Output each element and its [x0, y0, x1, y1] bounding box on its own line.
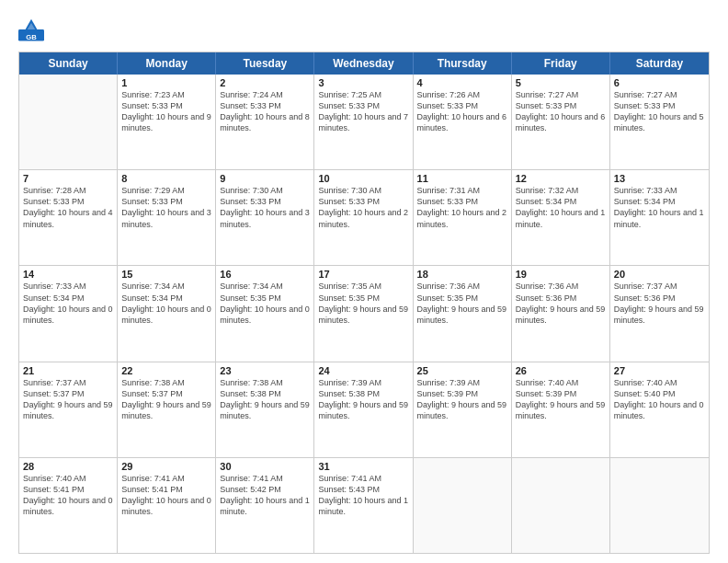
cell-line: Sunset: 5:33 PM — [318, 196, 408, 207]
cal-cell-4-4 — [414, 458, 512, 553]
cal-cell-0-2: 2Sunrise: 7:24 AMSunset: 5:33 PMDaylight… — [216, 75, 314, 169]
header-day-friday: Friday — [512, 52, 610, 75]
day-number: 12 — [516, 173, 606, 184]
day-number: 14 — [23, 269, 113, 280]
cell-line: Daylight: 10 hours and 6 minutes. — [516, 111, 606, 133]
logo-icon: GB — [18, 17, 44, 42]
cell-line: Sunrise: 7:41 AM — [318, 473, 408, 484]
cal-cell-1-2: 9Sunrise: 7:30 AMSunset: 5:33 PMDaylight… — [216, 170, 314, 265]
cell-line: Daylight: 9 hours and 59 minutes. — [220, 399, 310, 421]
cal-cell-2-5: 19Sunrise: 7:36 AMSunset: 5:36 PMDayligh… — [512, 266, 610, 361]
cell-line: Sunset: 5:37 PM — [121, 388, 211, 399]
cell-line: Sunset: 5:38 PM — [220, 388, 310, 399]
cal-cell-2-6: 20Sunrise: 7:37 AMSunset: 5:36 PMDayligh… — [610, 266, 709, 361]
header-day-sunday: Sunday — [19, 52, 118, 75]
cal-cell-3-4: 25Sunrise: 7:39 AMSunset: 5:39 PMDayligh… — [414, 362, 512, 457]
cell-line: Daylight: 10 hours and 2 minutes. — [318, 207, 408, 229]
cell-line: Daylight: 10 hours and 0 minutes. — [614, 399, 705, 421]
cell-line: Sunset: 5:33 PM — [318, 100, 408, 111]
cal-cell-1-6: 13Sunrise: 7:33 AMSunset: 5:34 PMDayligh… — [610, 170, 709, 265]
day-number: 24 — [318, 365, 408, 376]
cell-line: Sunset: 5:39 PM — [516, 388, 606, 399]
calendar-row-0: 1Sunrise: 7:23 AMSunset: 5:33 PMDaylight… — [19, 75, 709, 169]
cell-line: Daylight: 10 hours and 1 minute. — [220, 495, 310, 517]
calendar: SundayMondayTuesdayWednesdayThursdayFrid… — [18, 52, 710, 554]
cell-line: Daylight: 9 hours and 59 minutes. — [516, 304, 606, 326]
svg-text:GB: GB — [26, 33, 37, 41]
cell-line: Sunrise: 7:34 AM — [121, 281, 211, 292]
cell-line: Daylight: 10 hours and 4 minutes. — [23, 207, 113, 229]
cell-line: Sunset: 5:33 PM — [516, 100, 606, 111]
cal-cell-1-0: 7Sunrise: 7:28 AMSunset: 5:33 PMDaylight… — [19, 170, 118, 265]
cell-line: Sunrise: 7:30 AM — [220, 185, 310, 196]
cal-cell-3-5: 26Sunrise: 7:40 AMSunset: 5:39 PMDayligh… — [512, 362, 610, 457]
day-number: 10 — [318, 173, 408, 184]
cell-line: Sunrise: 7:36 AM — [516, 281, 606, 292]
cell-line: Daylight: 10 hours and 1 minute. — [318, 495, 408, 517]
day-number: 7 — [23, 173, 113, 184]
calendar-row-1: 7Sunrise: 7:28 AMSunset: 5:33 PMDaylight… — [19, 169, 709, 265]
cal-cell-1-5: 12Sunrise: 7:32 AMSunset: 5:34 PMDayligh… — [512, 170, 610, 265]
day-number: 29 — [121, 461, 211, 472]
day-number: 11 — [417, 173, 507, 184]
cal-cell-4-3: 31Sunrise: 7:41 AMSunset: 5:43 PMDayligh… — [314, 458, 413, 553]
cell-line: Sunrise: 7:25 AM — [318, 89, 408, 100]
cell-line: Sunset: 5:34 PM — [23, 293, 113, 304]
calendar-row-4: 28Sunrise: 7:40 AMSunset: 5:41 PMDayligh… — [19, 457, 709, 553]
cell-line: Sunset: 5:39 PM — [417, 388, 507, 399]
cal-cell-0-3: 3Sunrise: 7:25 AMSunset: 5:33 PMDaylight… — [314, 75, 413, 169]
cell-line: Sunset: 5:33 PM — [23, 196, 113, 207]
cal-cell-1-1: 8Sunrise: 7:29 AMSunset: 5:33 PMDaylight… — [118, 170, 216, 265]
day-number: 30 — [220, 461, 310, 472]
cell-line: Sunset: 5:34 PM — [121, 293, 211, 304]
calendar-row-2: 14Sunrise: 7:33 AMSunset: 5:34 PMDayligh… — [19, 265, 709, 361]
day-number: 5 — [516, 77, 606, 88]
cell-line: Sunset: 5:41 PM — [23, 484, 113, 495]
day-number: 18 — [417, 269, 507, 280]
cal-cell-3-1: 22Sunrise: 7:38 AMSunset: 5:37 PMDayligh… — [118, 362, 216, 457]
cell-line: Sunset: 5:42 PM — [220, 484, 310, 495]
cal-cell-4-1: 29Sunrise: 7:41 AMSunset: 5:41 PMDayligh… — [118, 458, 216, 553]
cell-line: Sunrise: 7:24 AM — [220, 89, 310, 100]
day-number: 16 — [220, 269, 310, 280]
cell-line: Sunrise: 7:27 AM — [516, 89, 606, 100]
cell-line: Sunrise: 7:32 AM — [516, 185, 606, 196]
cell-line: Sunset: 5:35 PM — [417, 293, 507, 304]
cell-line: Daylight: 10 hours and 7 minutes. — [318, 111, 408, 133]
cell-line: Sunrise: 7:41 AM — [220, 473, 310, 484]
cell-line: Daylight: 10 hours and 3 minutes. — [121, 207, 211, 229]
cal-cell-3-0: 21Sunrise: 7:37 AMSunset: 5:37 PMDayligh… — [19, 362, 118, 457]
cal-cell-0-0 — [19, 75, 118, 169]
cell-line: Daylight: 10 hours and 0 minutes. — [121, 495, 211, 517]
cell-line: Sunrise: 7:23 AM — [121, 89, 211, 100]
cal-cell-0-1: 1Sunrise: 7:23 AMSunset: 5:33 PMDaylight… — [118, 75, 216, 169]
cal-cell-2-4: 18Sunrise: 7:36 AMSunset: 5:35 PMDayligh… — [414, 266, 512, 361]
cell-line: Daylight: 10 hours and 0 minutes. — [23, 304, 113, 326]
cell-line: Daylight: 9 hours and 59 minutes. — [121, 399, 211, 421]
cell-line: Sunrise: 7:29 AM — [121, 185, 211, 196]
day-number: 23 — [220, 365, 310, 376]
cell-line: Sunrise: 7:27 AM — [614, 89, 705, 100]
cal-cell-4-6 — [610, 458, 709, 553]
header-day-wednesday: Wednesday — [314, 52, 413, 75]
cell-line: Sunrise: 7:40 AM — [23, 473, 113, 484]
header-day-monday: Monday — [118, 52, 216, 75]
cell-line: Sunset: 5:36 PM — [614, 293, 705, 304]
cell-line: Sunset: 5:33 PM — [417, 196, 507, 207]
cal-cell-1-3: 10Sunrise: 7:30 AMSunset: 5:33 PMDayligh… — [314, 170, 413, 265]
day-number: 17 — [318, 269, 408, 280]
cell-line: Sunrise: 7:37 AM — [23, 377, 113, 388]
header: GB — [18, 17, 710, 42]
cell-line: Daylight: 9 hours and 59 minutes. — [516, 399, 606, 421]
cell-line: Daylight: 10 hours and 0 minutes. — [23, 495, 113, 517]
cell-line: Sunset: 5:34 PM — [614, 196, 705, 207]
cell-line: Sunset: 5:34 PM — [516, 196, 606, 207]
cell-line: Sunset: 5:38 PM — [318, 388, 408, 399]
day-number: 6 — [614, 77, 705, 88]
cell-line: Sunrise: 7:38 AM — [121, 377, 211, 388]
cal-cell-2-1: 15Sunrise: 7:34 AMSunset: 5:34 PMDayligh… — [118, 266, 216, 361]
cell-line: Sunrise: 7:39 AM — [417, 377, 507, 388]
cell-line: Daylight: 10 hours and 9 minutes. — [121, 111, 211, 133]
cell-line: Sunrise: 7:40 AM — [516, 377, 606, 388]
logo: GB — [18, 17, 48, 42]
